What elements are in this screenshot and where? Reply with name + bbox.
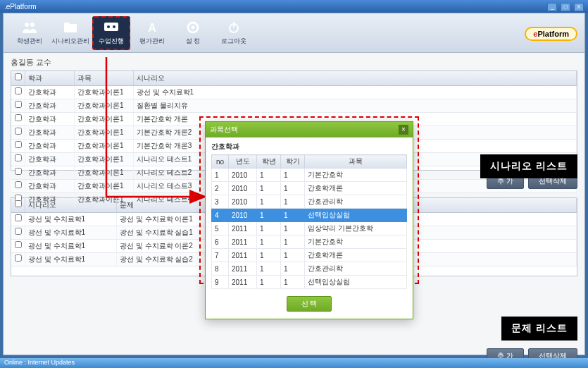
dialog-dept-label: 간호학과 — [211, 142, 407, 152]
header-checkbox-col-2[interactable] — [11, 198, 25, 212]
row-checkbox[interactable] — [11, 113, 25, 125]
dialog-row[interactable]: 1201011기본간호학 — [212, 168, 407, 182]
users-icon — [20, 20, 39, 35]
annotation-scenario-label: 시나리오 리스트 — [480, 154, 577, 178]
svg-rect-4 — [104, 23, 118, 31]
cell-dept: 간호학과 — [25, 180, 75, 192]
table-row[interactable]: 간호학과간호학과이론1질환별 물리치유 — [11, 99, 577, 113]
minimize-button[interactable]: _ — [547, 3, 557, 11]
toolbar-users-button[interactable]: 학생관리 — [11, 16, 49, 50]
dialog-select-button[interactable]: 선 택 — [287, 296, 332, 312]
toolbar-A-button[interactable]: A평가관리 — [133, 16, 171, 50]
cell-dept: 간호학과 — [25, 99, 75, 112]
cell-term: 1 — [281, 168, 305, 182]
dialog-row[interactable]: 4201011선택임상실험 — [212, 209, 407, 222]
cell-term: 1 — [281, 276, 305, 289]
cell-grade: 1 — [257, 249, 281, 262]
dialog-row[interactable]: 5201111임상약리 기본간호학 — [212, 222, 407, 235]
cell-scenario: 질환별 물리치유 — [134, 99, 577, 112]
row-checkbox[interactable] — [11, 253, 25, 266]
dialog-close-icon[interactable]: × — [399, 125, 408, 135]
maximize-button[interactable]: □ — [561, 3, 570, 11]
dialog-h-no[interactable]: no — [212, 155, 229, 168]
dialog-h-subj[interactable]: 과목 — [305, 155, 407, 168]
cell-subj: 간호학개론 — [305, 182, 407, 195]
dialog-titlebar: 과목선택 × — [206, 122, 413, 137]
cell-subject: 간호학과이론1 — [75, 140, 134, 152]
dialog-h-year[interactable]: 년도 — [229, 155, 257, 168]
cell-scenario: 광선 및 수치료학1 — [25, 240, 117, 252]
cell-grade: 1 — [257, 262, 281, 276]
header-scenario-2[interactable]: 시나리오 — [25, 198, 117, 212]
subject-select-dialog: 과목선택 × 간호학과 no 년도 학년 학기 과목 1201011기본간호학2… — [205, 121, 413, 319]
toolbar-power-button[interactable]: 로그아웃 — [215, 16, 253, 50]
dialog-row[interactable]: 2201011간호학개론 — [212, 182, 407, 195]
cell-scenario: 광선 및 수치료학1 — [25, 213, 117, 226]
header-subject[interactable]: 과목 — [75, 71, 134, 85]
cell-subject: 간호학과이론1 — [75, 113, 134, 125]
cell-grade: 1 — [257, 222, 281, 235]
row-checkbox[interactable] — [11, 166, 25, 179]
cell-grade: 1 — [257, 209, 281, 222]
row-checkbox[interactable] — [11, 86, 25, 99]
toolbar-presentation-button[interactable]: 수업진행 — [92, 16, 130, 50]
dialog-row[interactable]: 9201111선택임상실험 — [212, 276, 407, 289]
cell-term: 1 — [281, 262, 305, 276]
cell-no: 5 — [212, 222, 229, 235]
cell-no: 6 — [212, 235, 229, 249]
logo: ePlatform — [525, 27, 577, 39]
toolbar-item-label: 로그아웃 — [221, 37, 246, 46]
close-button[interactable]: X — [574, 3, 584, 11]
cell-year: 2010 — [229, 195, 257, 209]
dialog-title: 과목선택 — [210, 125, 238, 135]
cell-no: 4 — [212, 209, 229, 222]
cell-no: 1 — [212, 168, 229, 182]
cell-term: 1 — [281, 235, 305, 249]
dialog-row[interactable]: 8201111간호관리학 — [212, 262, 407, 276]
cell-scenario: 광선 및 수치료학1 — [25, 226, 117, 239]
dialog-h-grade[interactable]: 학년 — [257, 155, 281, 168]
cell-year: 2010 — [229, 182, 257, 195]
row-checkbox[interactable] — [11, 226, 25, 239]
dialog-h-term[interactable]: 학기 — [281, 155, 305, 168]
cell-dept: 간호학과 — [25, 113, 75, 125]
cell-subj: 선택임상실험 — [305, 276, 407, 289]
cell-no: 7 — [212, 249, 229, 262]
dialog-row[interactable]: 7201111간호학개론 — [212, 249, 407, 262]
cell-subject: 간호학과이론1 — [75, 180, 134, 192]
cell-scenario: 광선 및 수치료학1 — [25, 253, 117, 266]
header-scenario[interactable]: 시나리오 — [134, 71, 577, 85]
toolbar-folder-button[interactable]: 시나리오관리 — [51, 16, 89, 50]
cell-subject: 간호학과이론1 — [75, 166, 134, 179]
dialog-row[interactable]: 3201011간호관리학 — [212, 195, 407, 209]
cell-subj: 기본간호학 — [305, 235, 407, 249]
row-checkbox[interactable] — [11, 153, 25, 166]
toolbar-item-label: 수업진행 — [99, 37, 124, 46]
cell-no: 2 — [212, 182, 229, 195]
cell-grade: 1 — [257, 235, 281, 249]
row-checkbox[interactable] — [11, 99, 25, 112]
row-checkbox[interactable] — [11, 180, 25, 192]
cell-grade: 1 — [257, 276, 281, 289]
cell-grade: 1 — [257, 182, 281, 195]
cell-year: 2010 — [229, 168, 257, 182]
cell-grade: 1 — [257, 195, 281, 209]
toolbar-item-label: 설 정 — [186, 37, 201, 46]
row-checkbox[interactable] — [11, 240, 25, 252]
row-checkbox[interactable] — [11, 213, 25, 226]
svg-point-0 — [25, 23, 29, 27]
presentation-icon — [101, 20, 121, 35]
toolbar-gear-button[interactable]: 설 정 — [174, 16, 212, 50]
header-dept[interactable]: 학과 — [25, 71, 75, 85]
row-checkbox[interactable] — [11, 126, 25, 139]
cell-term: 1 — [281, 195, 305, 209]
table-row[interactable]: 간호학과간호학과이론1광선 및 수치료학1 — [11, 86, 577, 99]
header-checkbox-col[interactable] — [11, 71, 25, 85]
dialog-row[interactable]: 6201111기본간호학 — [212, 235, 407, 249]
cell-year: 2011 — [229, 262, 257, 276]
toolbar-item-label: 학생관리 — [17, 37, 42, 46]
row-checkbox[interactable] — [11, 140, 25, 152]
main-toolbar: 학생관리시나리오관리수업진행A평가관리설 정로그아웃 ePlatform — [4, 13, 584, 53]
annotation-problem-label: 문제 리스트 — [501, 317, 577, 341]
svg-point-9 — [192, 26, 195, 30]
